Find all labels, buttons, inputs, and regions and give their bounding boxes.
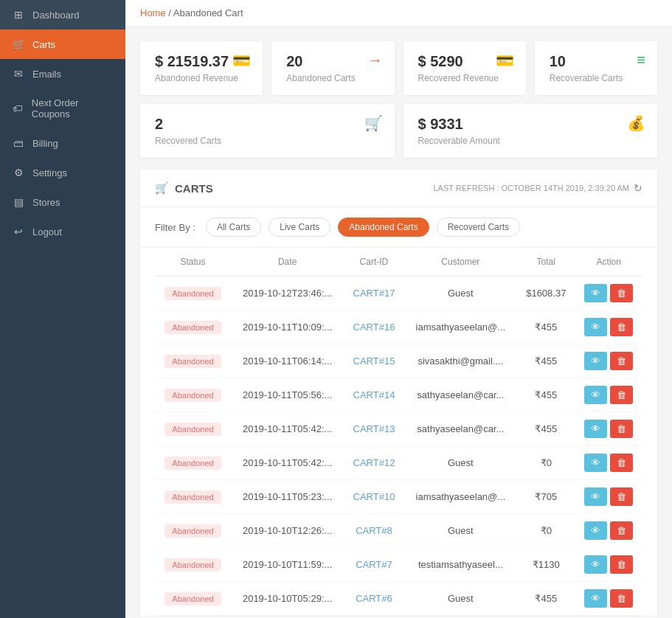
stat-label: Abandoned Revenue	[155, 73, 248, 83]
delete-button[interactable]: 🗑	[610, 454, 633, 472]
cart-id-link[interactable]: CART#15	[353, 355, 395, 367]
view-button[interactable]: 👁	[584, 487, 607, 506]
date-cell: 2019-10-11T05:42:...	[231, 412, 344, 446]
table-row: Abandoned 2019-10-11T05:56:... CART#14 s…	[155, 378, 642, 412]
main-content: Home / Abandoned Cart $ 21519.37 Abandon…	[125, 0, 672, 618]
cart-id-link[interactable]: CART#12	[353, 457, 395, 468]
table-row: Abandoned 2019-10-10T05:29:... CART#6 Gu…	[155, 582, 642, 616]
sidebar-item-label: Dashboard	[32, 10, 80, 21]
delete-button[interactable]: 🗑	[610, 284, 633, 302]
sidebar-icon: ↩	[12, 226, 25, 237]
cart-id-cell: CART#13	[344, 412, 403, 446]
table-row: Abandoned 2019-10-11T05:42:... CART#13 s…	[155, 412, 642, 446]
total-cell: $1608.37	[517, 277, 575, 310]
status-badge: Abandoned	[164, 423, 221, 436]
sidebar-item-carts[interactable]: 🛒Carts	[0, 29, 125, 59]
sidebar-item-label: Billing	[32, 138, 58, 149]
status-badge: Abandoned	[164, 558, 221, 572]
total-cell: ₹0	[517, 446, 575, 480]
status-cell: Abandoned	[155, 412, 231, 446]
view-button[interactable]: 👁	[584, 284, 607, 302]
sidebar-icon: ⊞	[12, 9, 25, 21]
date-cell: 2019-10-10T12:26:...	[231, 514, 344, 548]
table-body: Abandoned 2019-10-12T23:46:... CART#17 G…	[155, 277, 642, 616]
delete-button[interactable]: 🗑	[610, 386, 633, 404]
filter-btn-recoverd-carts[interactable]: Recoverd Carts	[437, 218, 520, 237]
date-cell: 2019-10-11T05:56:...	[231, 378, 344, 412]
date-cell: 2019-10-12T23:46:...	[231, 277, 344, 310]
status-badge: Abandoned	[164, 524, 221, 538]
filter-btn-abandoned-carts[interactable]: Abandoned Carts	[338, 218, 429, 237]
cart-id-cell: CART#8	[344, 514, 403, 548]
status-badge: Abandoned	[164, 287, 221, 300]
customer-cell: Guest	[404, 446, 518, 480]
delete-button[interactable]: 🗑	[610, 487, 633, 506]
filter-btn-all-carts[interactable]: All Carts	[206, 218, 261, 237]
status-badge: Abandoned	[164, 389, 221, 402]
stat-card-0: $ 21519.37 Abandoned Revenue 💳	[140, 41, 263, 95]
view-button[interactable]: 👁	[584, 352, 607, 370]
customer-cell: sathyaseelan@car...	[404, 378, 518, 412]
table-head: StatusDateCart-IDCustomerTotalAction	[155, 248, 642, 277]
sidebar-item-billing[interactable]: 🗃Billing	[0, 128, 125, 158]
sidebar-item-dashboard[interactable]: ⊞Dashboard	[0, 0, 125, 29]
cart-id-link[interactable]: CART#6	[356, 593, 392, 604]
carts-header: 🛒 CARTS LAST REFRESH : OCTOBER 14TH 2019…	[140, 170, 657, 207]
action-cell: 👁 🗑	[575, 412, 642, 446]
table-row: Abandoned 2019-10-11T06:14:... CART#15 s…	[155, 344, 642, 378]
table-row: Abandoned 2019-10-11T05:23:... CART#10 i…	[155, 480, 642, 514]
filter-btn-live-carts[interactable]: Live Carts	[269, 218, 330, 237]
filter-label: Filter By :	[155, 222, 195, 233]
cart-id-link[interactable]: CART#17	[353, 288, 395, 299]
action-cell: 👁 🗑	[575, 514, 642, 548]
cart-id-cell: CART#15	[344, 344, 403, 378]
view-button[interactable]: 👁	[584, 555, 607, 574]
status-cell: Abandoned	[155, 446, 231, 480]
sidebar-item-stores[interactable]: ▤Stores	[0, 187, 125, 217]
status-cell: Abandoned	[155, 344, 231, 378]
sidebar-item-next-order-coupons[interactable]: 🏷Next Order Coupons	[0, 88, 125, 128]
table-wrap: StatusDateCart-IDCustomerTotalAction Aba…	[140, 248, 657, 616]
cart-id-link[interactable]: CART#7	[356, 559, 392, 570]
sidebar-item-label: Settings	[32, 167, 67, 178]
sidebar-icon: 🏷	[12, 103, 24, 114]
sidebar-item-settings[interactable]: ⚙Settings	[0, 158, 125, 187]
cart-id-link[interactable]: CART#14	[353, 389, 395, 400]
view-button[interactable]: 👁	[584, 521, 607, 540]
view-button[interactable]: 👁	[584, 589, 607, 608]
table-row: Abandoned 2019-10-11T05:42:... CART#12 G…	[155, 446, 642, 480]
refresh-button[interactable]: ↻	[634, 182, 642, 194]
delete-button[interactable]: 🗑	[610, 555, 633, 574]
customer-cell: sathyaseelan@car...	[404, 412, 518, 446]
sidebar-item-logout[interactable]: ↩Logout	[0, 217, 125, 246]
stat-value: 20	[286, 53, 379, 70]
cart-id-link[interactable]: CART#10	[353, 491, 395, 502]
cart-id-link[interactable]: CART#8	[356, 525, 392, 536]
delete-button[interactable]: 🗑	[610, 318, 633, 336]
stat-icon: 🛒	[364, 114, 383, 132]
delete-button[interactable]: 🗑	[610, 352, 633, 370]
view-button[interactable]: 👁	[584, 420, 607, 438]
col-cart-id: Cart-ID	[344, 248, 403, 277]
view-button[interactable]: 👁	[584, 318, 607, 336]
carts-table: StatusDateCart-IDCustomerTotalAction Aba…	[155, 248, 642, 616]
cart-id-link[interactable]: CART#16	[353, 322, 395, 333]
breadcrumb: Home / Abandoned Cart	[125, 0, 672, 27]
delete-button[interactable]: 🗑	[610, 521, 633, 540]
breadcrumb-home[interactable]: Home	[140, 7, 166, 18]
refresh-info: LAST REFRESH : OCTOBER 14TH 2019, 2:39:2…	[433, 182, 642, 194]
sidebar: ⊞Dashboard🛒Carts✉Emails🏷Next Order Coupo…	[0, 0, 125, 618]
sidebar-item-emails[interactable]: ✉Emails	[0, 59, 125, 88]
view-button[interactable]: 👁	[584, 454, 607, 472]
filter-bar: Filter By : All CartsLive CartsAbandoned…	[140, 207, 657, 248]
delete-button[interactable]: 🗑	[610, 589, 633, 608]
sidebar-icon: 🛒	[12, 38, 25, 50]
date-cell: 2019-10-11T06:14:...	[231, 344, 344, 378]
delete-button[interactable]: 🗑	[610, 420, 633, 438]
content-area: $ 21519.37 Abandoned Revenue 💳 20 Abando…	[125, 27, 672, 618]
view-button[interactable]: 👁	[584, 386, 607, 404]
action-cell: 👁 🗑	[575, 310, 642, 344]
stat-icon: 💰	[627, 114, 645, 132]
cart-id-link[interactable]: CART#13	[353, 423, 395, 434]
date-cell: 2019-10-11T10:09:...	[231, 310, 344, 344]
